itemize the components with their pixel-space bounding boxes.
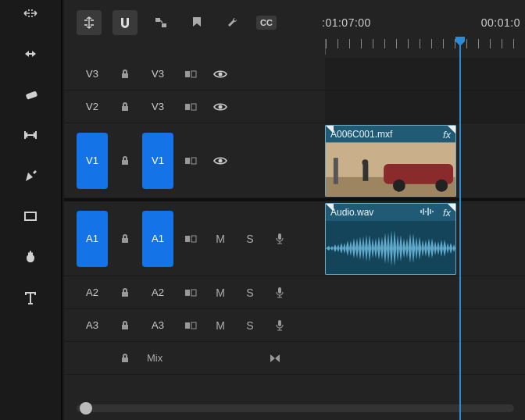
slip-tool-icon[interactable] [18,42,43,66]
mic-icon[interactable] [267,313,292,338]
video-thumbnail [326,143,455,196]
track-header-v3: V3 V3 [64,58,325,91]
svg-rect-15 [278,233,281,240]
type-tool-icon[interactable] [18,286,43,309]
rectangle-tool-icon[interactable] [18,205,43,228]
scroll-thumb[interactable] [80,402,92,415]
svg-rect-13 [185,236,190,242]
lock-icon[interactable] [112,148,138,173]
eye-icon[interactable] [208,148,233,173]
eye-icon[interactable] [208,94,233,119]
svg-rect-7 [185,104,190,110]
slide-tool-icon[interactable] [18,123,43,147]
svg-rect-3 [162,23,166,27]
sequence-track-a1[interactable]: A1 [142,211,173,267]
video-clip[interactable]: A006C001.mxf fx [325,125,456,197]
svg-point-28 [362,159,368,166]
svg-rect-10 [185,158,190,164]
playhead-icon[interactable] [455,36,466,47]
sequence-track-a2[interactable]: A2 [142,280,173,305]
svg-rect-17 [191,290,196,296]
mic-icon[interactable] [267,226,292,251]
sync-lock-icon[interactable] [178,313,203,338]
razor-tool-icon[interactable] [18,83,43,106]
source-patch-v2[interactable]: V2 [77,94,108,119]
track-body[interactable]: A006C001.mxf fx [325,58,525,375]
track-header-v1: V1 V1 [64,123,325,198]
linked-selection-button[interactable] [148,10,173,35]
svg-rect-24 [384,164,453,184]
track-header-a2: A2 A2 M S [64,276,325,309]
lock-icon[interactable] [112,313,138,338]
svg-rect-11 [191,158,196,164]
playhead-line[interactable] [459,45,461,420]
pen-tool-icon[interactable] [18,164,43,187]
svg-rect-22 [326,142,455,196]
mute-button[interactable]: M [208,280,233,305]
tool-sidebar [0,0,62,420]
horizontal-scrollbar[interactable] [77,404,514,412]
svg-point-26 [435,180,448,192]
rate-stretch-tool-icon[interactable] [18,2,43,25]
mute-button[interactable]: M [208,226,233,251]
snap-button[interactable] [112,10,138,35]
video-clip-name: A006C001.mxf [330,129,392,140]
sync-lock-icon[interactable] [178,226,203,251]
source-patch-a1[interactable]: A1 [77,211,108,267]
audio-clip[interactable]: Audio.wav fx [325,203,456,275]
sync-lock-icon[interactable] [178,280,203,305]
svg-rect-5 [191,71,196,77]
hand-tool-icon[interactable] [18,245,43,269]
svg-rect-0 [26,91,38,99]
sync-lock-icon[interactable] [178,94,203,119]
source-patch-a3[interactable]: A3 [77,313,108,338]
insert-mode-button[interactable] [77,10,102,35]
timecode-display-1: :01:07:00 [322,16,371,29]
track-header-v2: V2 V3 [64,91,325,123]
svg-rect-23 [326,177,455,197]
solo-button[interactable]: S [238,313,262,338]
mic-icon[interactable] [267,280,292,305]
svg-rect-16 [185,290,190,296]
svg-rect-8 [191,104,196,110]
svg-point-9 [219,105,223,109]
source-patch-v3[interactable]: V3 [77,62,108,87]
lock-icon[interactable] [112,280,138,305]
eye-icon[interactable] [208,62,233,87]
audio-clip-name: Audio.wav [330,207,373,218]
svg-rect-2 [155,18,160,22]
sequence-track-v3[interactable]: V3 [142,62,173,87]
track-header-a1: A1 A1 M S [64,201,325,276]
sequence-track-v1[interactable]: V1 [142,133,173,189]
mute-button[interactable]: M [208,313,233,338]
sequence-track-v2[interactable]: V3 [142,94,173,119]
track-header-mix: Mix [64,342,325,375]
mix-track-label: Mix [142,352,170,364]
time-ruler[interactable] [325,39,525,55]
source-patch-v1[interactable]: V1 [77,133,108,189]
svg-rect-21 [278,320,281,326]
source-patch-a2[interactable]: A2 [77,280,108,305]
lock-icon[interactable] [112,94,138,119]
track-header-a3: A3 A3 M S [64,309,325,342]
track-headers: V3 V3 V2 V3 V1 V1 A1 A1 [64,58,325,375]
lock-icon[interactable] [112,346,138,371]
captions-button[interactable]: CC [256,16,277,30]
waveform-icon [420,207,434,219]
sequence-track-a3[interactable]: A3 [142,313,173,338]
output-icon[interactable] [262,346,288,371]
lock-icon[interactable] [112,226,138,251]
svg-rect-36 [326,221,456,275]
settings-wrench-button[interactable] [220,10,245,35]
sync-lock-icon[interactable] [178,148,203,173]
timecode-display-2: 00:01:0 [481,16,520,29]
sync-lock-icon[interactable] [178,62,203,87]
marker-button[interactable] [184,10,209,35]
svg-point-12 [219,158,223,162]
svg-rect-29 [334,158,338,184]
solo-button[interactable]: S [238,280,262,305]
solo-button[interactable]: S [238,226,262,251]
svg-rect-19 [185,322,190,329]
lock-icon[interactable] [112,62,138,87]
audio-waveform [326,221,455,274]
